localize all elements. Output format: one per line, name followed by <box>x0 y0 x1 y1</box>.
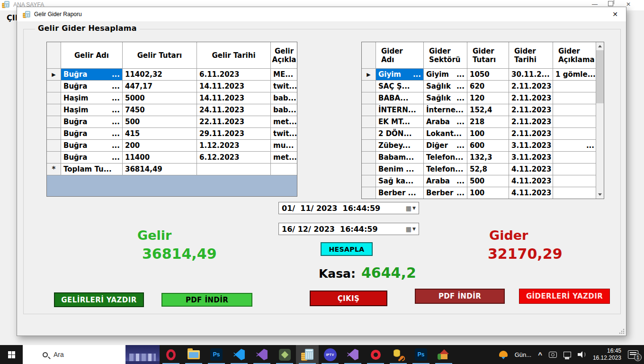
cell[interactable]: Araba... <box>424 116 467 128</box>
cell[interactable] <box>553 187 597 199</box>
cell[interactable] <box>197 164 271 175</box>
row-selector[interactable] <box>362 175 376 187</box>
cell[interactable]: 4.11.2023 <box>509 187 553 199</box>
cell[interactable]: 152,4 <box>467 104 509 116</box>
cell[interactable] <box>553 81 597 92</box>
taskbar-item-opera[interactable] <box>364 345 387 364</box>
cell[interactable]: 500 <box>467 175 509 187</box>
col-gider-adi[interactable]: GiderAdı <box>376 42 424 69</box>
cell[interactable]: 11400 <box>123 152 197 164</box>
cell[interactable]: 1050 <box>467 69 509 81</box>
weather-text[interactable]: Gün... <box>515 351 531 358</box>
cell[interactable]: Toplam Tu... <box>61 164 123 175</box>
gider-table[interactable]: GiderAdı GiderSektörü GiderTutarı GiderT… <box>361 42 604 199</box>
table-row[interactable]: Buğra... 11400 6.12.2023 met... <box>47 152 297 164</box>
col-gider-sektoru[interactable]: GiderSektörü <box>424 42 467 69</box>
cell[interactable] <box>553 128 597 140</box>
cell[interactable] <box>553 152 597 164</box>
close-icon[interactable]: ✕ <box>604 7 626 21</box>
taskbar-clock[interactable]: 16:45 16.12.2023 <box>593 347 621 362</box>
col-gelir-tutari[interactable]: Gelir Tutarı <box>123 42 197 69</box>
taskbar-item-iptv[interactable]: IPTV <box>319 345 341 364</box>
cell[interactable]: 3.11.2023 <box>509 152 553 164</box>
cell[interactable]: 5000 <box>123 92 197 104</box>
taskbar-item-visual-studio-2[interactable] <box>341 345 364 364</box>
cell[interactable]: Lokant... <box>424 128 467 140</box>
hesapla-button[interactable]: HESAPLA <box>321 242 373 256</box>
cell[interactable]: Haşim... <box>61 92 123 104</box>
cell[interactable]: twit... <box>271 81 297 92</box>
cell[interactable]: Benim ... <box>376 164 424 175</box>
tray-chevron-up-icon[interactable]: ^ <box>538 351 542 359</box>
cell[interactable]: Buğra... <box>61 69 123 81</box>
table-row[interactable]: ▶ Giyim... Giyim... 1050 30.11.2... 1 gö… <box>362 69 597 81</box>
taskbar-item-visual-studio[interactable] <box>250 345 273 364</box>
table-row[interactable]: Buğra... 200 1.12.2023 mu... <box>47 140 297 152</box>
cell[interactable]: Buğra... <box>61 128 123 140</box>
cikis-button[interactable]: ÇIKIŞ <box>310 291 387 306</box>
taskbar-item-photoshop-2[interactable]: Ps <box>410 345 432 364</box>
row-selector[interactable] <box>47 140 61 152</box>
cell[interactable]: Zübey... <box>376 140 424 152</box>
cell[interactable]: Sağlık... <box>424 92 467 104</box>
cell[interactable]: 120 <box>467 92 509 104</box>
restore-icon[interactable] <box>608 1 613 6</box>
taskbar-item-photoshop[interactable]: Ps <box>205 345 228 364</box>
taskbar-item-home-app[interactable] <box>432 345 455 364</box>
table-row[interactable]: SAÇ Ş... Sağlık... 620 2.11.2023 <box>362 81 597 92</box>
col-gider-tarihi[interactable]: GiderTarihi <box>509 42 553 69</box>
cell[interactable]: 52,8 <box>467 164 509 175</box>
network-icon[interactable] <box>564 352 571 357</box>
date-picker-from[interactable]: 01/ 11/ 2023 16:44:59 ▦▼ <box>278 202 419 214</box>
cell[interactable]: twit... <box>271 128 297 140</box>
cell[interactable]: bab... <box>271 104 297 116</box>
row-selector[interactable]: ▶ <box>47 69 61 81</box>
cell[interactable]: mu... <box>271 140 297 152</box>
cell[interactable]: Telefon... <box>424 152 467 164</box>
cell[interactable]: 100 <box>467 187 509 199</box>
table-row[interactable]: 2 DÖN... Lokant... 100 2.11.2023 <box>362 128 597 140</box>
row-selector[interactable] <box>47 128 61 140</box>
row-selector[interactable] <box>47 81 61 92</box>
row-selector[interactable] <box>362 116 376 128</box>
cell[interactable]: 132,3 <box>467 152 509 164</box>
titlebar[interactable]: Gelir Gider Raporu ✕ <box>17 7 626 21</box>
cell[interactable]: Sağlık... <box>424 81 467 92</box>
weather-icon[interactable] <box>499 350 508 359</box>
table-row[interactable]: Berber ... Berber... 100 4.11.2023 <box>362 187 597 199</box>
col-gelir-tarihi[interactable]: Gelir Tarihi <box>197 42 271 69</box>
row-selector[interactable] <box>362 92 376 104</box>
cell[interactable]: Berber ... <box>376 187 424 199</box>
row-selector[interactable] <box>362 187 376 199</box>
table-row[interactable]: Buğra... 447,17 14.11.2023 twit... <box>47 81 297 92</box>
pdf-indir-gider-button[interactable]: PDF İNDİR <box>415 289 505 304</box>
cell[interactable]: 36814,49 <box>123 164 197 175</box>
row-selector[interactable] <box>362 164 376 175</box>
cast-icon[interactable] <box>549 352 557 358</box>
vertical-scrollbar[interactable] <box>596 42 604 199</box>
table-row[interactable]: Haşim... 5000 14.11.2023 bab... <box>47 92 297 104</box>
row-selector[interactable] <box>47 152 61 164</box>
cell[interactable]: 500 <box>123 116 197 128</box>
cell[interactable]: SAÇ Ş... <box>376 81 424 92</box>
cell[interactable]: İNTERN... <box>376 104 424 116</box>
new-row-indicator[interactable]: * <box>47 164 61 175</box>
row-selector[interactable] <box>362 128 376 140</box>
cell[interactable]: 2.11.2023 <box>509 104 553 116</box>
cell[interactable]: 22.11.2023 <box>197 116 271 128</box>
taskbar-item-explorer[interactable] <box>182 345 205 364</box>
table-row[interactable]: BABA... Sağlık... 120 2.11.2023 <box>362 92 597 104</box>
cell[interactable]: 11402,32 <box>123 69 197 81</box>
cell[interactable]: 3.11.2023 <box>509 140 553 152</box>
row-selector[interactable] <box>362 104 376 116</box>
cell[interactable] <box>553 175 597 187</box>
table-row[interactable]: Sağ ka... Araba... 500 4.11.2023 <box>362 175 597 187</box>
cell[interactable]: Babam... <box>376 152 424 164</box>
cell[interactable] <box>553 92 597 104</box>
table-row[interactable]: Benim ... Telefon... 52,8 4.11.2023 <box>362 164 597 175</box>
scroll-down-icon[interactable] <box>596 191 604 199</box>
cell[interactable]: Sağ ka... <box>376 175 424 187</box>
cell[interactable]: Berber... <box>424 187 467 199</box>
cell[interactable]: 24.11.2023 <box>197 104 271 116</box>
table-row[interactable]: Zübey... Diğer... 600 3.11.2023 ... <box>362 140 597 152</box>
